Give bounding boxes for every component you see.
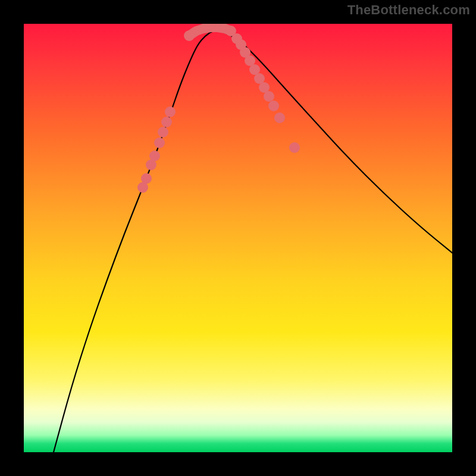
highlighted-markers — [137, 26, 300, 193]
marker-dot — [264, 91, 274, 102]
highlighted-flat-bottom — [189, 27, 231, 36]
marker-dot — [165, 107, 176, 117]
chart-frame: TheBottleneck.com — [0, 0, 476, 476]
marker-dot — [158, 127, 168, 137]
bottleneck-curve — [54, 31, 452, 452]
curve-layer — [24, 24, 452, 452]
marker-dot — [161, 117, 172, 127]
marker-dot — [154, 137, 165, 148]
marker-dot — [141, 173, 152, 184]
marker-dot — [268, 101, 279, 111]
watermark-text: TheBottleneck.com — [347, 2, 470, 18]
marker-dot — [274, 112, 285, 123]
plot-area — [24, 24, 452, 452]
marker-dot — [226, 26, 236, 36]
marker-dot — [184, 30, 195, 41]
marker-dot — [289, 142, 300, 153]
marker-dot — [149, 151, 160, 161]
